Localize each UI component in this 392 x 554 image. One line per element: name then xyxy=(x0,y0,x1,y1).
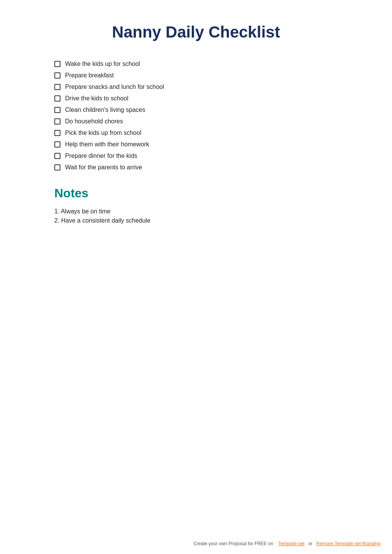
checkbox-icon[interactable] xyxy=(54,95,60,102)
notes-section: Notes 1. Always be on time2. Have a cons… xyxy=(54,186,338,224)
notes-list: 1. Always be on time2. Have a consistent… xyxy=(54,208,338,224)
checkbox-icon[interactable] xyxy=(54,118,60,125)
checklist-item: Clean children's living spaces xyxy=(54,107,338,113)
checklist-section: Wake the kids up for schoolPrepare break… xyxy=(54,61,338,171)
checklist-item: Prepare breakfast xyxy=(54,72,338,79)
checklist-item-label: Wait for the parents to arrive xyxy=(65,164,142,171)
footer: Create your own Proposal for FREE on Tem… xyxy=(193,541,381,546)
footer-text: Create your own Proposal for FREE on xyxy=(193,541,273,546)
checklist-item-label: Prepare snacks and lunch for school xyxy=(65,84,164,90)
footer-link-template[interactable]: Template.net xyxy=(278,541,305,546)
checklist-item-label: Drive the kids to school xyxy=(65,95,128,102)
note-item: 2. Have a consistent daily schedule xyxy=(54,217,338,224)
checkbox-icon[interactable] xyxy=(54,141,60,148)
checkbox-icon[interactable] xyxy=(54,130,60,136)
checklist-item-label: Prepare breakfast xyxy=(65,72,114,79)
checklist-item-label: Do household chores xyxy=(65,118,123,125)
checkbox-icon[interactable] xyxy=(54,84,60,90)
checklist-item-label: Wake the kids up for school xyxy=(65,61,140,67)
checkbox-icon[interactable] xyxy=(54,61,60,67)
checklist-item: Pick the kids up from school xyxy=(54,129,338,136)
checkbox-icon[interactable] xyxy=(54,72,60,79)
checklist-item: Wait for the parents to arrive xyxy=(54,164,338,171)
footer-link-branding[interactable]: Remove Template.net Branding xyxy=(316,541,381,546)
checklist-item: Help them with their homework xyxy=(54,141,338,148)
note-item: 1. Always be on time xyxy=(54,208,338,215)
checklist-item-label: Clean children's living spaces xyxy=(65,107,145,113)
checklist-item-label: Prepare dinner for the kids xyxy=(65,152,137,159)
notes-heading: Notes xyxy=(54,186,338,200)
checklist-item-label: Help them with their homework xyxy=(65,141,149,148)
checklist-item: Prepare snacks and lunch for school xyxy=(54,84,338,90)
checklist-item: Wake the kids up for school xyxy=(54,61,338,67)
footer-separator: or xyxy=(308,541,312,546)
checklist-item-label: Pick the kids up from school xyxy=(65,129,141,136)
checklist-item: Do household chores xyxy=(54,118,338,125)
checkbox-icon[interactable] xyxy=(54,153,60,159)
checkbox-icon[interactable] xyxy=(54,107,60,113)
page-title: Nanny Daily Checklist xyxy=(54,23,338,41)
checklist-item: Drive the kids to school xyxy=(54,95,338,102)
checkbox-icon[interactable] xyxy=(54,164,60,170)
checklist-item: Prepare dinner for the kids xyxy=(54,152,338,159)
